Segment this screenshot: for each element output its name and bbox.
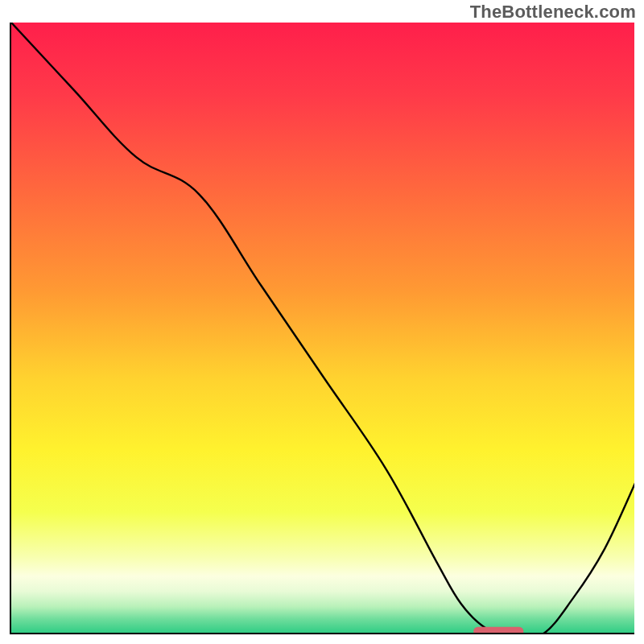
- svg-rect-1: [473, 627, 523, 634]
- plot-area: [10, 23, 634, 634]
- chart-frame: TheBottleneck.com: [0, 0, 644, 644]
- optimal-marker: [11, 23, 634, 634]
- watermark-text: TheBottleneck.com: [470, 2, 636, 23]
